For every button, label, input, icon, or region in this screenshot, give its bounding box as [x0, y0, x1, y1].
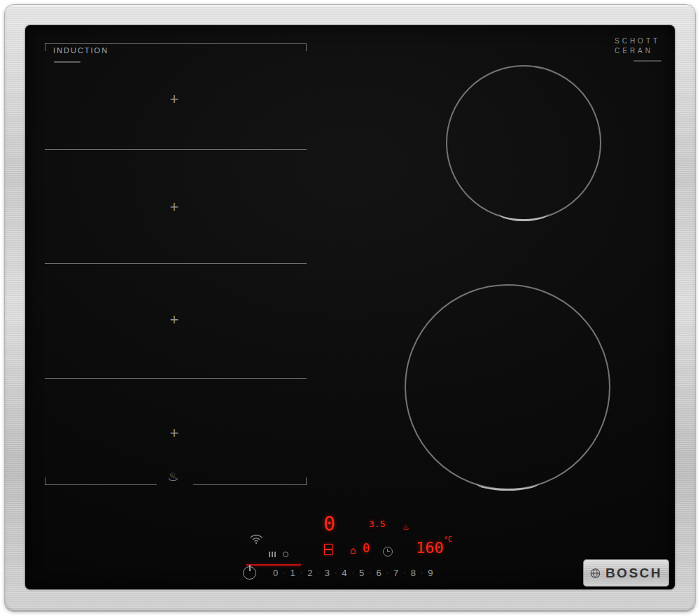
flexzone-bottom-line-right [193, 484, 307, 485]
schott-line2: CERAN [615, 46, 668, 56]
power-level-selector[interactable]: 0·1·2·3·4·5·6·7·8·9 [273, 568, 433, 578]
power-level-key[interactable]: 5 [359, 568, 364, 578]
induction-label: INDUCTION [53, 46, 108, 55]
center-zone-power-display: 0 [363, 542, 370, 554]
home-icon: ⌂ [350, 545, 356, 555]
keep-warm-key[interactable] [269, 547, 277, 560]
flexzone-top-line [45, 43, 307, 44]
accent-underline [246, 564, 301, 566]
power-level-key[interactable]: 1 [290, 568, 295, 578]
power-level-key[interactable]: 8 [411, 568, 416, 578]
level-separator: · [300, 570, 302, 577]
flexzone-top-right-tick [306, 43, 307, 51]
power-level-key[interactable]: 3 [325, 568, 330, 578]
boost-value-display: 3.5 [369, 519, 385, 528]
boost-key[interactable] [283, 547, 288, 560]
flexzone-divider-2 [45, 263, 307, 264]
bosch-badge: BOSCH [583, 559, 669, 587]
boost-icon [283, 552, 288, 557]
flexzone-divider-1 [45, 149, 307, 150]
level-separator: · [335, 570, 337, 577]
level-separator: · [386, 570, 388, 577]
temperature-display: 160 [416, 540, 444, 556]
power-level-key[interactable]: 0 [273, 568, 278, 578]
flexzone-cross-4: + [167, 426, 182, 440]
level-separator: · [283, 570, 285, 577]
fry-sensor-icon: ♨ [403, 522, 409, 531]
bosch-emblem-icon [590, 564, 601, 582]
timer-key[interactable] [383, 547, 393, 556]
model-fineprint [54, 61, 80, 63]
schott-fineprint [634, 60, 662, 62]
bosch-logo-text: BOSCH [606, 566, 662, 581]
flexzone-cross-3: + [167, 313, 182, 327]
flexzone-cross-2: + [167, 200, 182, 214]
induction-hob: INDUCTION SCHOTT CERAN ♨ + + + + [0, 0, 700, 616]
temperature-unit: °C [444, 536, 452, 543]
power-level-key[interactable]: 4 [342, 568, 346, 578]
wifi-icon [249, 533, 263, 545]
flexzone-bottom-line-left [45, 484, 157, 485]
level-separator: · [421, 570, 423, 577]
power-level-key[interactable]: 7 [393, 568, 398, 578]
level-separator: · [369, 570, 371, 577]
flexzone-divider-3 [45, 378, 307, 379]
pan-steam-icon: ♨ [167, 470, 178, 483]
cooking-zone-bottom [405, 284, 610, 490]
left-zone-power-display: 0 [323, 514, 335, 534]
flexzone-bottom-left-tick [45, 477, 46, 485]
schott-ceran-logo: SCHOTT CERAN [615, 36, 668, 56]
power-level-key[interactable]: 9 [428, 568, 433, 578]
power-level-key[interactable]: 2 [307, 568, 312, 578]
flexzone-cross-1: + [167, 92, 182, 106]
level-separator: · [317, 570, 319, 577]
level-separator: · [403, 570, 405, 577]
control-panel: 0·1·2·3·4·5·6·7·8·9 0 3.5 ⌂ 0 ♨ 160 °C [238, 511, 469, 588]
level-separator: · [352, 570, 354, 577]
flexzone-bottom-right-tick [306, 477, 307, 485]
schott-line1: SCHOTT [615, 36, 668, 46]
power-key[interactable] [243, 566, 256, 580]
power-icon [249, 565, 251, 571]
flexzone-top-left-tick [45, 43, 46, 51]
flexzone-indicator-icon [324, 544, 332, 555]
cooking-zone-top [446, 65, 601, 220]
power-level-key[interactable]: 6 [376, 568, 381, 578]
